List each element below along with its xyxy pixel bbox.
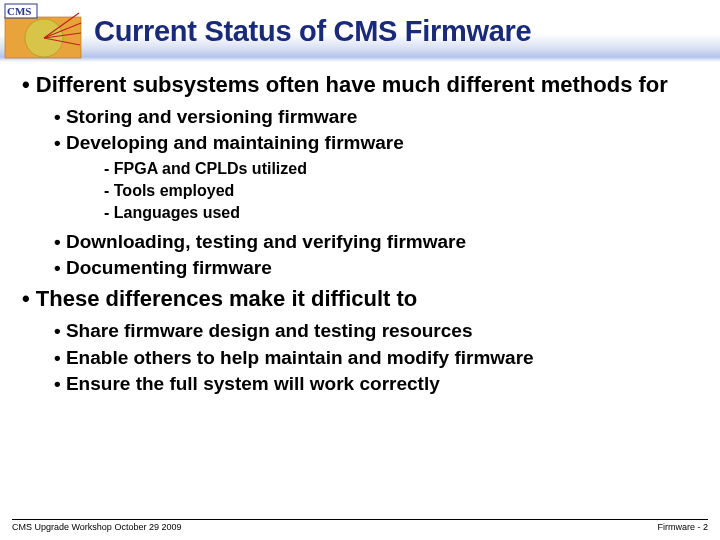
bullet-lvl2: Enable others to help maintain and modif… bbox=[40, 346, 702, 370]
bullet-lvl1: Different subsystems often have much dif… bbox=[18, 72, 702, 280]
bullet-text: Different subsystems often have much dif… bbox=[36, 72, 668, 97]
bullet-lvl3: Tools employed bbox=[120, 181, 702, 202]
bullet-text: Documenting firmware bbox=[66, 257, 272, 278]
bullet-text: Ensure the full system will work correct… bbox=[66, 373, 440, 394]
bullet-lvl3: Languages used bbox=[120, 203, 702, 224]
bullet-lvl3: FPGA and CPLDs utilized bbox=[120, 159, 702, 180]
bullet-text: Languages used bbox=[114, 204, 240, 221]
footer-divider bbox=[12, 519, 708, 520]
bullet-lvl1: These differences make it difficult to S… bbox=[18, 286, 702, 396]
footer-left: CMS Upgrade Workshop October 29 2009 bbox=[12, 522, 181, 532]
bullet-text: These differences make it difficult to bbox=[36, 286, 417, 311]
bullet-lvl2: Storing and versioning firmware bbox=[40, 105, 702, 129]
bullet-lvl2: Documenting firmware bbox=[40, 256, 702, 280]
bullet-lvl2: Share firmware design and testing resour… bbox=[40, 319, 702, 343]
slide-footer: CMS Upgrade Workshop October 29 2009 Fir… bbox=[0, 515, 720, 540]
svg-text:CMS: CMS bbox=[7, 5, 31, 17]
bullet-text: Storing and versioning firmware bbox=[66, 106, 357, 127]
slide-content: Different subsystems often have much dif… bbox=[0, 62, 720, 396]
bullet-lvl2: Ensure the full system will work correct… bbox=[40, 372, 702, 396]
bullet-text: Tools employed bbox=[114, 182, 235, 199]
bullet-lvl2: Developing and maintaining firmware FPGA… bbox=[40, 131, 702, 224]
bullet-text: Enable others to help maintain and modif… bbox=[66, 347, 534, 368]
slide-header: CMS Current Status of CMS Firmware bbox=[0, 0, 720, 62]
bullet-text: Developing and maintaining firmware bbox=[66, 132, 404, 153]
bullet-text: FPGA and CPLDs utilized bbox=[114, 160, 307, 177]
slide-title: Current Status of CMS Firmware bbox=[94, 15, 531, 48]
bullet-text: Share firmware design and testing resour… bbox=[66, 320, 473, 341]
bullet-lvl2: Downloading, testing and verifying firmw… bbox=[40, 230, 702, 254]
cms-logo: CMS bbox=[4, 3, 82, 59]
footer-right: Firmware - 2 bbox=[657, 522, 708, 532]
bullet-text: Downloading, testing and verifying firmw… bbox=[66, 231, 466, 252]
